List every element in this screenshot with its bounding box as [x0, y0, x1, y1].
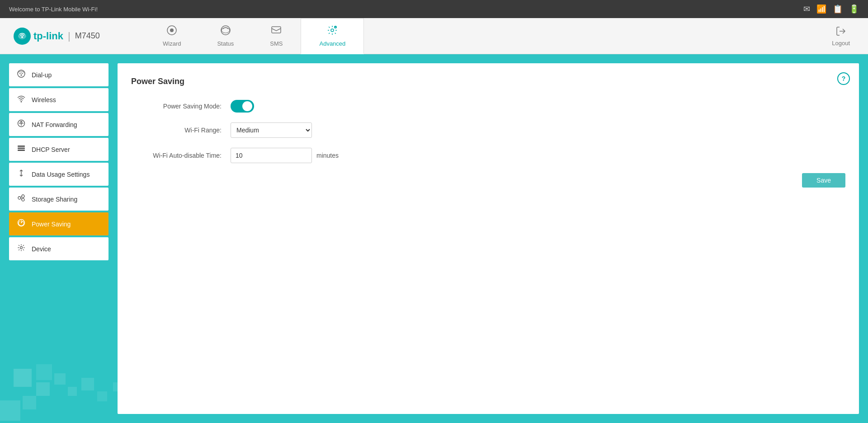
logout-label: Logout	[832, 40, 850, 47]
sidebar-item-device-label: Device	[32, 245, 51, 253]
power-saving-mode-value	[231, 100, 254, 113]
svg-point-4	[221, 26, 230, 35]
tab-wizard-label: Wizard	[163, 40, 181, 47]
power-saving-mode-row: Power Saving Mode:	[131, 100, 845, 113]
wifi-auto-disable-label: Wi-Fi Auto-disable Time:	[131, 152, 231, 159]
wifi-range-label: Wi-Fi Range:	[131, 127, 231, 134]
header: tp-link | M7450 Wizard Status	[0, 18, 868, 54]
wifi-range-select[interactable]: Low Medium High	[231, 122, 312, 138]
status-icon	[220, 25, 231, 38]
svg-rect-14	[18, 146, 25, 147]
svg-point-3	[170, 28, 174, 32]
wizard-icon	[166, 25, 177, 38]
sidebar-item-wireless[interactable]: Wireless	[9, 88, 108, 111]
wifi-auto-disable-value: minutes	[231, 148, 339, 163]
device-icon	[16, 244, 26, 254]
logo-divider: |	[68, 30, 71, 42]
model-name: M7450	[75, 31, 100, 41]
sidebar-item-storage-sharing[interactable]: Storage Sharing	[9, 188, 108, 211]
svg-point-11	[21, 75, 22, 76]
dhcp-icon	[16, 144, 26, 155]
sms-icon	[271, 25, 282, 38]
power-saving-icon	[16, 219, 26, 229]
svg-point-12	[21, 101, 22, 103]
wifi-auto-disable-input[interactable]	[231, 148, 312, 163]
content-area: Power Saving ? Power Saving Mode: Wi-Fi …	[118, 63, 859, 414]
logo-icon	[14, 28, 31, 45]
sidebar-item-nat-label: NAT Forwarding	[32, 121, 77, 128]
sidebar-item-power-saving-label: Power Saving	[32, 221, 71, 228]
toggle-slider	[231, 100, 254, 113]
sidebar: Dial-up Wireless NAT Forw	[9, 63, 108, 414]
tab-status[interactable]: Status	[199, 18, 252, 54]
sidebar-item-storage-label: Storage Sharing	[32, 196, 77, 203]
tab-advanced[interactable]: + Advanced	[301, 18, 364, 54]
tab-sms-label: SMS	[270, 40, 283, 47]
help-icon[interactable]: ?	[837, 72, 850, 85]
svg-text:+: +	[335, 26, 336, 28]
tab-advanced-label: Advanced	[319, 40, 345, 47]
svg-point-21	[20, 247, 23, 249]
sidebar-item-dial-up-label: Dial-up	[32, 71, 52, 79]
sidebar-item-wireless-label: Wireless	[32, 96, 56, 103]
logout-button[interactable]: Logout	[814, 26, 868, 47]
sim-icon[interactable]: 📋	[833, 4, 843, 14]
sidebar-item-dhcp[interactable]: DHCP Server	[9, 138, 108, 161]
svg-rect-5	[272, 27, 281, 33]
sidebar-item-nat-forwarding[interactable]: NAT Forwarding	[9, 113, 108, 136]
sidebar-item-device[interactable]: Device	[9, 237, 108, 260]
power-saving-toggle[interactable]	[231, 100, 254, 113]
content-title: Power Saving	[131, 77, 845, 86]
sidebar-item-dhcp-label: DHCP Server	[32, 146, 70, 153]
save-button-row: Save	[131, 173, 845, 188]
sidebar-item-data-usage-label: Data Usage Settings	[32, 171, 90, 178]
wifi-status-icon[interactable]: 📶	[816, 4, 826, 14]
sidebar-item-dial-up[interactable]: Dial-up	[9, 63, 108, 86]
storage-icon	[16, 194, 26, 204]
sidebar-item-power-saving[interactable]: Power Saving	[9, 212, 108, 235]
email-icon[interactable]: ✉	[803, 4, 810, 14]
svg-rect-16	[18, 150, 25, 151]
tab-status-label: Status	[217, 40, 234, 47]
logo-area: tp-link | M7450	[0, 28, 136, 45]
top-bar: Welcome to TP-Link Mobile Wi-Fi! ✉ 📶 📋 🔋	[0, 0, 868, 18]
svg-point-18	[22, 195, 24, 197]
svg-point-6	[331, 29, 334, 32]
tab-sms[interactable]: SMS	[252, 18, 301, 54]
main-container: Dial-up Wireless NAT Forw	[0, 54, 868, 423]
svg-point-19	[22, 198, 24, 201]
nat-icon	[16, 119, 26, 130]
svg-point-17	[18, 197, 21, 199]
advanced-icon: +	[327, 25, 338, 38]
brand-name: tp-link	[33, 30, 63, 42]
power-saving-mode-label: Power Saving Mode:	[131, 103, 231, 110]
wireless-icon	[16, 94, 26, 105]
wifi-auto-disable-unit: minutes	[316, 152, 339, 159]
tab-wizard[interactable]: Wizard	[145, 18, 199, 54]
top-bar-icons: ✉ 📶 📋 🔋	[803, 4, 859, 14]
wifi-range-value: Low Medium High	[231, 122, 312, 138]
svg-point-1	[21, 36, 23, 38]
top-bar-title: Welcome to TP-Link Mobile Wi-Fi!	[9, 6, 98, 13]
battery-icon[interactable]: 🔋	[849, 4, 859, 14]
logout-icon	[835, 26, 846, 38]
nav-tabs: Wizard Status SMS	[145, 18, 364, 54]
wifi-range-row: Wi-Fi Range: Low Medium High	[131, 122, 845, 138]
save-button[interactable]: Save	[802, 173, 845, 188]
sidebar-item-data-usage[interactable]: Data Usage Settings	[9, 163, 108, 186]
svg-rect-15	[18, 148, 25, 149]
wifi-auto-disable-row: Wi-Fi Auto-disable Time: minutes	[131, 148, 845, 163]
dial-up-icon	[16, 70, 26, 80]
data-usage-icon	[16, 169, 26, 179]
